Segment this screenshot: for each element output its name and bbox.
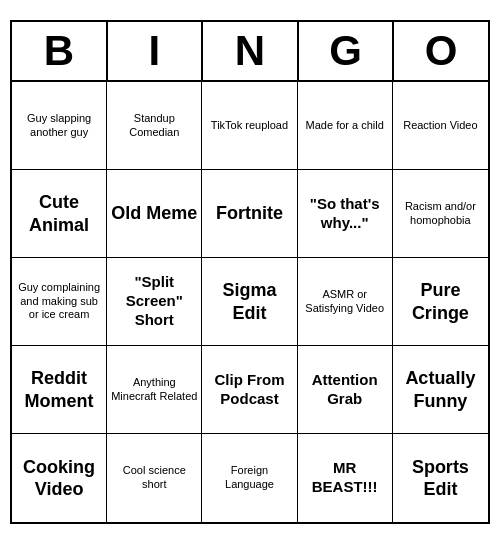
bingo-cell-9: Racism and/or homophobia	[393, 170, 488, 258]
bingo-cell-13: ASMR or Satisfying Video	[298, 258, 393, 346]
header-letter-n: N	[203, 22, 299, 80]
bingo-cell-14: Pure Cringe	[393, 258, 488, 346]
bingo-cell-0: Guy slapping another guy	[12, 82, 107, 170]
header-letter-b: B	[12, 22, 108, 80]
bingo-cell-7: Fortnite	[202, 170, 297, 258]
bingo-cell-11: "Split Screen" Short	[107, 258, 202, 346]
bingo-cell-20: Cooking Video	[12, 434, 107, 522]
bingo-cell-1: Standup Comedian	[107, 82, 202, 170]
header-letter-g: G	[299, 22, 395, 80]
header-letter-i: I	[108, 22, 204, 80]
bingo-card: BINGO Guy slapping another guyStandup Co…	[10, 20, 490, 524]
bingo-cell-12: Sigma Edit	[202, 258, 297, 346]
bingo-cell-5: Cute Animal	[12, 170, 107, 258]
bingo-cell-10: Guy complaining and making sub or ice cr…	[12, 258, 107, 346]
header-letter-o: O	[394, 22, 488, 80]
bingo-cell-6: Old Meme	[107, 170, 202, 258]
bingo-cell-21: Cool science short	[107, 434, 202, 522]
bingo-cell-2: TikTok reupload	[202, 82, 297, 170]
bingo-cell-15: Reddit Moment	[12, 346, 107, 434]
bingo-cell-17: Clip From Podcast	[202, 346, 297, 434]
bingo-cell-19: Actually Funny	[393, 346, 488, 434]
bingo-cell-4: Reaction Video	[393, 82, 488, 170]
bingo-grid: Guy slapping another guyStandup Comedian…	[12, 82, 488, 522]
bingo-cell-3: Made for a child	[298, 82, 393, 170]
bingo-cell-22: Foreign Language	[202, 434, 297, 522]
bingo-cell-8: "So that's why..."	[298, 170, 393, 258]
bingo-cell-16: Anything Minecraft Related	[107, 346, 202, 434]
bingo-cell-24: Sports Edit	[393, 434, 488, 522]
bingo-cell-18: Attention Grab	[298, 346, 393, 434]
bingo-cell-23: MR BEAST!!!	[298, 434, 393, 522]
bingo-header: BINGO	[12, 22, 488, 82]
